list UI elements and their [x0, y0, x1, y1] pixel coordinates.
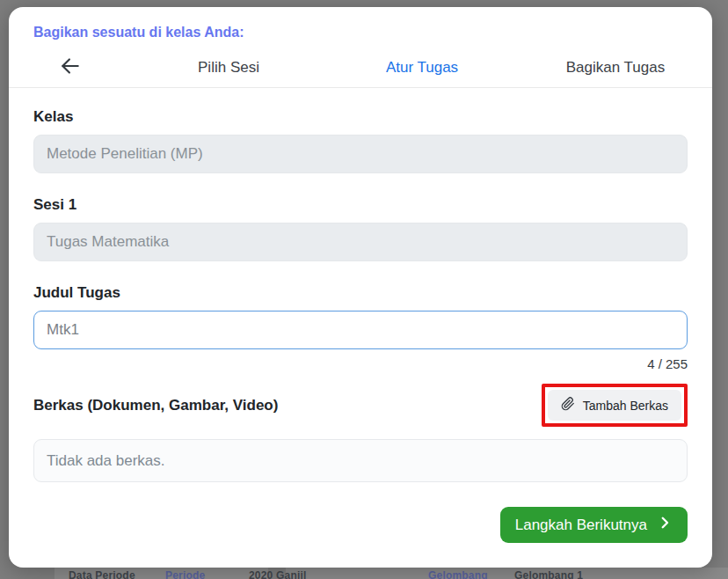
berkas-header-row: Berkas (Dokumen, Gambar, Video) Tambah B… — [33, 384, 688, 427]
red-highlight-annotation: Tambah Berkas — [542, 384, 688, 427]
langkah-berikutnya-label: Langkah Berikutnya — [515, 517, 647, 534]
character-counter: 4 / 255 — [33, 356, 688, 371]
paperclip-icon — [561, 397, 575, 414]
kelas-field — [33, 135, 688, 173]
back-button[interactable] — [55, 53, 85, 83]
tab-pilih-sesi[interactable]: Pilih Sesi — [132, 59, 325, 77]
background-main-panel — [286, 568, 728, 579]
berkas-label: Berkas (Dokumen, Gambar, Video) — [33, 397, 278, 414]
sesi-label: Sesi 1 — [33, 196, 688, 214]
file-list-empty-box: Tidak ada berkas. — [33, 439, 688, 482]
tab-atur-tugas[interactable]: Atur Tugas — [325, 59, 519, 77]
share-assignment-modal: Bagikan sesuatu di kelas Anda: Pilih Ses… — [9, 7, 712, 568]
kelas-label: Kelas — [33, 108, 688, 126]
background-field-value: 2020 Ganjil — [249, 569, 307, 579]
background-field-value: Gelombang 1 — [514, 569, 583, 579]
arrow-left-icon — [59, 55, 82, 80]
sesi-field — [33, 223, 688, 261]
tambah-berkas-button-label: Tambah Berkas — [583, 399, 668, 413]
langkah-berikutnya-button[interactable]: Langkah Berikutnya — [500, 507, 688, 543]
modal-title: Bagikan sesuatu di kelas Anda: — [33, 25, 688, 40]
judul-tugas-label: Judul Tugas — [33, 284, 688, 302]
background-sidebar-item: Data Periode — [69, 569, 135, 579]
modal-body: Kelas Sesi 1 Judul Tugas 4 / 255 Berkas … — [9, 108, 712, 543]
tab-bagikan-tugas[interactable]: Bagikan Tugas — [519, 59, 712, 77]
empty-files-text: Tidak ada berkas. — [47, 452, 165, 470]
background-field-label: Gelombang — [428, 569, 488, 579]
background-field-label: Periode — [165, 569, 205, 579]
wizard-tab-bar: Pilih Sesi Atur Tugas Bagikan Tugas — [9, 48, 712, 88]
chevron-right-icon — [657, 515, 673, 535]
dimmed-background-page: Data Periode Periode 2020 Ganjil Gelomba… — [0, 568, 728, 579]
judul-tugas-input[interactable] — [33, 311, 688, 349]
tambah-berkas-button[interactable]: Tambah Berkas — [548, 390, 681, 421]
modal-actions: Langkah Berikutnya — [33, 507, 688, 543]
